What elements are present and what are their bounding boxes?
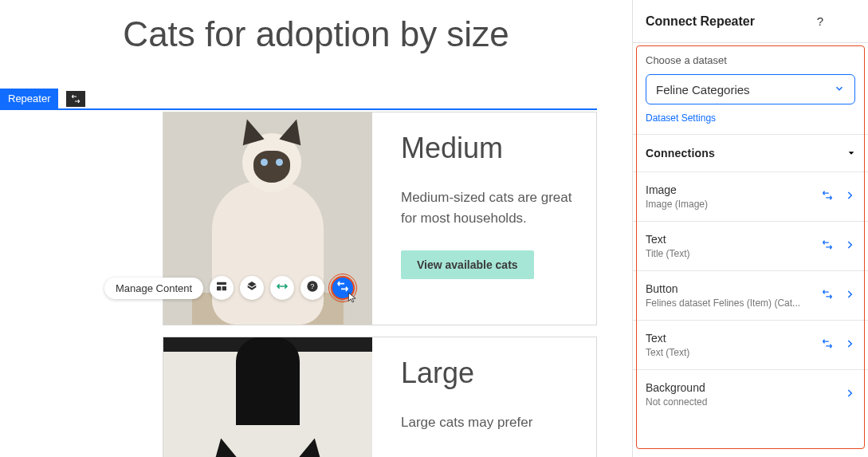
chevron-right-icon [844,190,855,204]
page-title: Cats for adoption by size [0,0,632,86]
connection-label: Image [646,183,822,196]
linked-icon [822,289,833,303]
connection-sub: Not connected [646,396,844,408]
card-image[interactable] [163,337,372,457]
svg-rect-2 [222,286,226,290]
connection-item-background[interactable]: Background Not connected [633,370,868,419]
card-content: Medium Medium-sized cats are great for m… [372,112,596,325]
connection-label: Text [646,233,822,246]
chevron-right-icon [844,289,855,303]
connection-label: Text [646,332,822,345]
card-description[interactable]: Large cats may prefer [401,412,532,433]
editor-canvas: Cats for adoption by size Repeater [0,0,632,457]
connection-item-image[interactable]: Image Image (Image) [633,172,868,222]
chevron-right-icon [844,388,855,402]
connection-item-button[interactable]: Button Felines dataset Felines (Item) (C… [633,271,868,321]
linked-icon [822,338,833,353]
connection-item-text-title[interactable]: Text Title (Text) [633,222,868,271]
connect-repeater-panel: Connect Repeater ? Choose a dataset Feli… [632,0,868,457]
connection-sub: Image (Image) [646,199,822,210]
repeater-selection-chip[interactable]: Repeater [0,88,85,110]
repeater-chip-label: Repeater [0,89,58,109]
card-title[interactable]: Large [401,357,532,390]
linked-icon [822,190,833,204]
connections-header-label: Connections [646,147,715,160]
connection-item-text-text[interactable]: Text Text (Text) [633,321,868,370]
panel-body: Choose a dataset Feline Categories Datas… [633,43,868,457]
svg-rect-0 [217,282,226,285]
help-icon: ? [817,14,823,28]
dataset-settings-link[interactable]: Dataset Settings [646,112,716,124]
connection-label: Button [646,282,822,295]
layout-icon [215,280,228,296]
design-icon [245,280,258,296]
repeater-item[interactable]: Large Large cats may prefer [163,337,597,457]
connection-sub: Felines dataset Felines (Item) (Cat... [646,297,822,309]
help-icon: ? [306,280,319,296]
caret-down-icon [847,146,855,160]
design-button[interactable] [240,276,264,300]
connections-toggle[interactable]: Connections [633,134,868,172]
help-button[interactable]: ? [300,276,324,300]
connection-label: Background [646,381,844,394]
dataset-select[interactable]: Feline Categories [646,74,855,104]
connect-small-icon[interactable] [66,91,85,107]
panel-title: Connect Repeater [646,14,801,29]
element-floating-toolbar: Manage Content ? [104,276,355,300]
manage-content-label: Manage Content [116,282,192,294]
dataset-selected-value: Feline Categories [656,83,750,97]
repeater-selection-bar [0,108,597,110]
card-description[interactable]: Medium-sized cats are great for most hou… [401,187,572,228]
view-available-button[interactable]: View available cats [401,250,534,279]
panel-help-button[interactable]: ? [812,14,828,30]
layout-button[interactable] [210,276,234,300]
manage-content-button[interactable]: Manage Content [104,278,203,299]
cursor-icon [347,292,358,306]
card-content: Large Large cats may prefer [372,337,556,457]
stretch-button[interactable] [270,276,294,300]
connect-data-button[interactable] [331,276,355,300]
chevron-down-icon [834,83,845,97]
dataset-label: Choose a dataset [646,54,855,66]
dataset-section: Choose a dataset Feline Categories Datas… [633,43,868,134]
linked-icon [822,239,833,254]
connection-sub: Title (Text) [646,248,822,259]
connection-sub: Text (Text) [646,347,822,358]
chevron-right-icon [844,239,855,254]
card-title[interactable]: Medium [401,132,572,165]
svg-rect-1 [217,286,221,290]
connections-list: Image Image (Image) Text Title (Text) [633,172,868,419]
panel-header: Connect Repeater ? [633,0,868,43]
stretch-icon [276,280,289,296]
chevron-right-icon [844,338,855,353]
panel-close-button[interactable] [839,14,855,30]
svg-text:?: ? [311,282,315,290]
